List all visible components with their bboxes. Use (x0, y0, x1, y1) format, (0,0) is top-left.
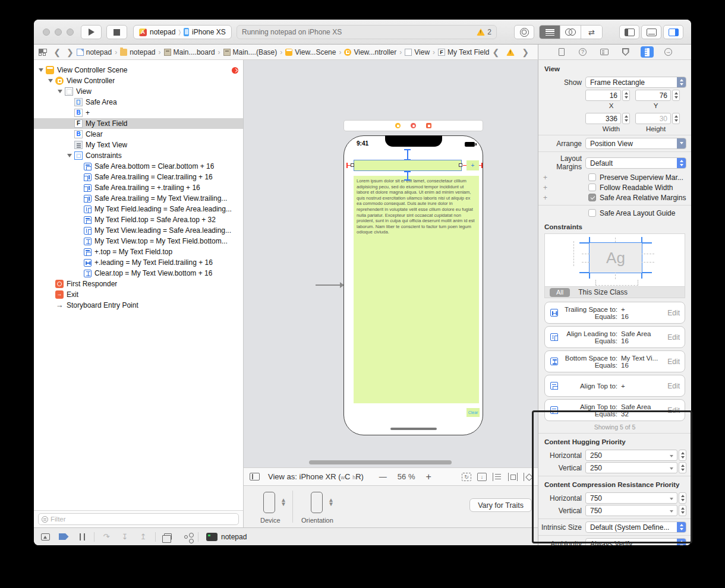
view-controller-icon[interactable] (395, 123, 401, 128)
filter-input[interactable] (51, 516, 235, 523)
vary-for-traits-button[interactable]: Vary for Traits (469, 498, 532, 512)
compression-vertical-combo[interactable]: 750 (585, 505, 677, 516)
jumpbar-item-main-base-[interactable]: Main....(Base) (223, 48, 278, 56)
outline-row[interactable]: Safe Area.bottom = Clear.bottom + 16 (34, 161, 243, 172)
view-hierarchy-button[interactable] (161, 532, 174, 542)
outline-row[interactable]: View Controller (34, 75, 243, 86)
outline-row[interactable]: +.leading = My Text Field.trailing + 16 (34, 257, 243, 268)
constraint-card[interactable]: Bottom Space to:My Text Vi...Equals:16Ed… (544, 350, 685, 372)
process-chip[interactable]: notepad (206, 533, 247, 541)
my-text-field[interactable] (354, 160, 462, 171)
jumpbar-item-view[interactable]: View (405, 48, 430, 56)
next-issue-button[interactable]: ❯ (522, 48, 529, 57)
hugging-horizontal-combo[interactable]: 250 (585, 450, 677, 461)
iphone-canvas[interactable]: 9:41 (343, 135, 483, 435)
compression-horizontal-combo[interactable]: 750 (585, 492, 677, 504)
ambiguity-popup[interactable]: Always Verify (585, 538, 686, 545)
zoom-window-button[interactable] (67, 29, 74, 36)
disclosure-triangle-icon[interactable] (48, 79, 53, 83)
hugging-vertical-stepper[interactable] (679, 462, 686, 473)
edit-constraint-button[interactable]: Edit (667, 309, 680, 317)
orientation-icon[interactable] (311, 492, 323, 513)
device-stepper[interactable]: ▲▼ (280, 498, 286, 506)
previous-issue-button[interactable]: ❮ (493, 48, 500, 57)
view-as-label[interactable]: View as: iPhone XR (wC hR) (268, 472, 364, 481)
outline-row[interactable]: My Text Field.top = Safe Area.top + 32 (34, 214, 243, 225)
hugging-horizontal-stepper[interactable] (679, 450, 686, 461)
my-text-view[interactable]: Lorem ipsum dolor sit er elit lamet, con… (354, 176, 479, 403)
device-bar-toggle-icon[interactable] (250, 473, 260, 480)
tab-quick-help[interactable]: ? (576, 46, 590, 58)
height-field[interactable]: 30 (635, 113, 671, 124)
tab-identity-inspector[interactable] (598, 46, 611, 58)
related-items-icon[interactable] (39, 49, 45, 56)
run-button[interactable] (81, 25, 102, 39)
toggle-inspector-button[interactable] (663, 25, 683, 39)
step-out-button[interactable]: ↥ (137, 532, 150, 542)
tab-size-inspector[interactable] (641, 46, 654, 58)
jumpbar-item-notepad[interactable]: notepad (77, 48, 112, 56)
outline-row[interactable]: BClear (34, 129, 243, 140)
outline-row[interactable]: B+ (34, 108, 243, 118)
pin-icon[interactable] (524, 473, 533, 481)
constraint-card[interactable]: Align Top to:+Edit (544, 375, 685, 397)
disclosure-triangle-icon[interactable] (58, 90, 62, 93)
assistant-editor-button[interactable] (560, 26, 581, 39)
outline-row[interactable]: My Text View.top = My Text Field.bottom.… (34, 236, 243, 246)
show-popup[interactable]: Frame Rectangle (585, 77, 686, 88)
x-stepper[interactable] (622, 90, 630, 101)
outline-row[interactable]: →Storyboard Entry Point (34, 300, 243, 311)
storyboard-canvas[interactable]: 9:41 (244, 60, 538, 467)
y-stepper[interactable] (672, 90, 680, 101)
version-editor-button[interactable]: ⇄ (581, 26, 602, 39)
checkbox[interactable] (588, 194, 596, 201)
breakpoints-toggle-button[interactable] (57, 532, 70, 542)
zoom-in-button[interactable]: + (426, 472, 431, 482)
disclosure-triangle-icon[interactable] (67, 154, 72, 157)
warning-badge[interactable]: 2 (477, 28, 491, 36)
y-field[interactable]: 76 (635, 90, 671, 101)
outline-row[interactable]: View Controller Scene (34, 65, 243, 75)
add-variation-button[interactable]: + (543, 184, 550, 192)
scheme-selector[interactable]: A notepad 〉 iPhone XS (133, 25, 232, 39)
checkbox[interactable] (588, 184, 596, 191)
update-frames-icon[interactable]: ↻ (462, 473, 471, 481)
zoom-out-button[interactable]: — (379, 472, 387, 481)
constraint-card[interactable]: Trailing Space to:+Equals:16Edit (544, 302, 685, 324)
step-into-button[interactable]: ↧ (118, 532, 131, 542)
disclosure-triangle-icon[interactable] (39, 68, 43, 72)
width-field[interactable]: 336 (585, 113, 621, 124)
outline-row[interactable]: Clear.top = My Text View.bottom + 16 (34, 268, 243, 279)
layout-margins-popup[interactable]: Default (585, 157, 686, 169)
outline-row[interactable]: →Exit (34, 289, 243, 300)
horizontal-scrollbar[interactable] (309, 460, 452, 464)
outline-row[interactable]: Safe Area.trailing = Clear.trailing + 16 (34, 172, 243, 182)
device-icon[interactable] (263, 492, 275, 513)
width-stepper[interactable] (622, 113, 630, 124)
outline-row[interactable]: View (34, 86, 243, 97)
intrinsic-size-popup[interactable]: Default (System Define... (585, 521, 686, 533)
outline-row[interactable]: My Text Field.leading = Safe Area.leadin… (34, 204, 243, 214)
resize-knob-left[interactable] (351, 163, 354, 167)
compression-vertical-stepper[interactable] (679, 505, 686, 516)
resize-knob-right[interactable] (459, 163, 462, 167)
first-responder-icon[interactable] (411, 123, 416, 128)
outline-row[interactable]: Safe Area.trailing = My Text View.traili… (34, 193, 243, 204)
step-over-button[interactable]: ↷ (100, 532, 113, 542)
standard-editor-button[interactable] (540, 26, 560, 39)
plus-button[interactable]: + (466, 160, 479, 170)
jumpbar-item-main-board[interactable]: Main....board (164, 48, 215, 56)
clear-button[interactable]: Clear (466, 408, 480, 417)
filter-field[interactable] (38, 513, 239, 525)
arrange-popup[interactable]: Position View (585, 138, 686, 149)
outline-row[interactable]: First Responder (34, 279, 243, 289)
height-stepper[interactable] (672, 113, 680, 124)
close-window-button[interactable] (43, 29, 50, 36)
checkbox[interactable] (588, 173, 596, 181)
outline-row[interactable]: Safe Area.trailing = +.trailing + 16 (34, 182, 243, 193)
stop-button[interactable] (106, 25, 127, 39)
jumpbar-item-view-ntroller[interactable]: View...ntroller (344, 48, 396, 56)
minimize-window-button[interactable] (55, 29, 62, 36)
edit-constraint-button[interactable]: Edit (667, 358, 680, 366)
back-button[interactable]: ❮ (53, 48, 61, 57)
